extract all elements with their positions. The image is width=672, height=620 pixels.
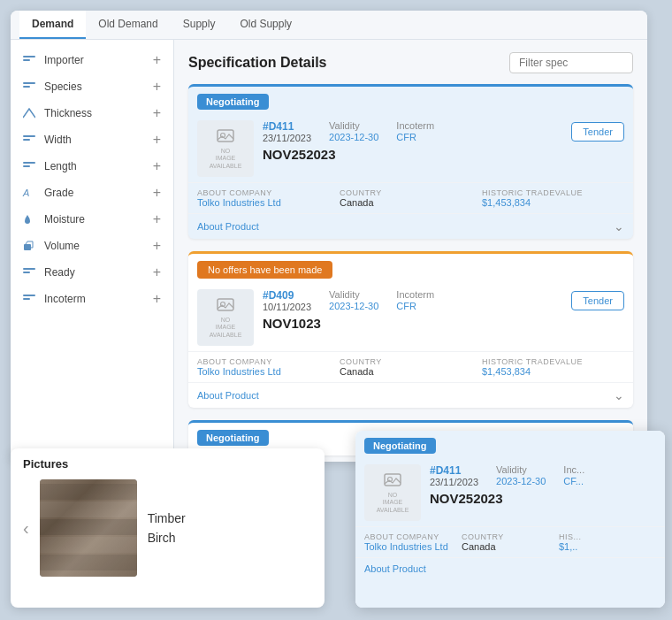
badge-negotiating-1: Negotiating	[197, 94, 269, 110]
sidebar-item-grade[interactable]: A Grade +	[11, 180, 173, 206]
floating-badge: Negotiating	[364, 438, 436, 454]
spec-title: Specification Details	[188, 55, 327, 71]
sidebar-item-ready[interactable]: Ready +	[11, 259, 173, 286]
add-ready-button[interactable]: +	[153, 265, 161, 279]
card-details-1: ABOUT COMPANY Tolko Industries Ltd COUNT…	[188, 182, 633, 213]
card-id-1: #D411	[263, 120, 311, 133]
validity-label-2: Validity	[329, 289, 378, 300]
sidebar-label-width: Width	[44, 134, 72, 146]
floating-tradevalue-label: HIS...	[559, 532, 656, 541]
filter-spec-input[interactable]	[509, 52, 633, 73]
card-footer-1: About Product ⌄	[188, 213, 633, 239]
floating-footer: About Product	[355, 557, 665, 579]
incoterm-label-1: Incoterm	[396, 120, 434, 131]
lines-icon	[23, 268, 37, 277]
sidebar-item-thickness[interactable]: Thickness +	[11, 100, 173, 126]
about-company-label-1: ABOUT COMPANY	[197, 188, 340, 197]
sidebar-item-volume[interactable]: Volume +	[11, 233, 173, 259]
add-moisture-button[interactable]: +	[153, 212, 161, 226]
about-company-val-2: Tolko Industries Ltd	[197, 366, 340, 377]
card-negotiating-1: Negotiating NOIMAGEAVAILABLE #D411 23/11…	[188, 84, 633, 239]
sidebar-item-species[interactable]: Species +	[11, 73, 173, 100]
floating-validity-label: Validity	[496, 464, 546, 475]
volume-icon	[23, 241, 37, 251]
sidebar-item-importer[interactable]: Importer +	[11, 47, 173, 73]
no-image-2: NOIMAGEAVAILABLE	[197, 289, 254, 346]
floating-details: ABOUT COMPANY Tolko Industries Ltd COUNT…	[355, 526, 665, 557]
content-area: Importer + Species +	[11, 40, 647, 462]
svg-rect-0	[24, 244, 31, 250]
floating-incoterm-label: Inc...	[563, 464, 584, 475]
tradevalue-label-1: HISTORIC TRADEVALUE	[482, 188, 624, 197]
tender-button-2[interactable]: Tender	[571, 291, 624, 310]
sidebar-item-moisture[interactable]: Moisture +	[11, 206, 173, 233]
no-image-1: NOIMAGEAVAILABLE	[197, 120, 254, 177]
about-product-link-2[interactable]: About Product	[197, 390, 259, 401]
sidebar-label-volume: Volume	[44, 240, 80, 252]
lines-icon	[23, 162, 37, 171]
sidebar-label-species: Species	[44, 80, 82, 93]
floating-country-label: COUNTRY	[462, 532, 559, 541]
sidebar-label-ready: Ready	[44, 266, 75, 279]
floating-country-val: Canada	[462, 541, 559, 552]
sidebar-item-incoterm[interactable]: Incoterm +	[11, 286, 173, 312]
floating-incoterm-val: CF...	[563, 476, 584, 486]
sidebar-item-length[interactable]: Length +	[11, 153, 173, 180]
card-name-1: NOV252023	[263, 147, 562, 162]
floating-card-id: #D411	[430, 464, 478, 477]
tab-old-supply[interactable]: Old Supply	[227, 11, 304, 39]
pictures-panel: Pictures ‹ Timber Birch	[11, 448, 325, 608]
about-company-val-1: Tolko Industries Ltd	[197, 197, 340, 208]
pictures-labels: Timber Birch	[148, 511, 186, 545]
floating-about-product[interactable]: About Product	[364, 563, 426, 574]
chevron-down-icon-2[interactable]: ⌄	[614, 388, 624, 402]
tradevalue-val-2: $1,453,834	[482, 366, 624, 377]
lines-icon	[23, 82, 37, 91]
add-species-button[interactable]: +	[153, 80, 161, 94]
card-main-row-1: NOIMAGEAVAILABLE #D411 23/11/2023 Validi…	[188, 117, 633, 182]
chevron-down-icon-1[interactable]: ⌄	[614, 219, 624, 233]
main-window: Demand Old Demand Supply Old Supply Impo…	[11, 11, 647, 462]
tab-bar: Demand Old Demand Supply Old Supply	[11, 11, 647, 40]
tab-demand[interactable]: Demand	[19, 11, 86, 39]
tab-supply[interactable]: Supply	[171, 11, 228, 39]
pictures-title: Pictures	[23, 457, 312, 471]
add-width-button[interactable]: +	[153, 133, 161, 147]
spec-header: Specification Details	[188, 52, 633, 73]
validity-val-1: 2023-12-30	[329, 132, 378, 142]
chevron-left-icon[interactable]: ‹	[23, 518, 29, 539]
floating-validity-val: 2023-12-30	[496, 476, 546, 486]
badge-no-offers: No offers have been made	[197, 261, 332, 279]
add-thickness-button[interactable]: +	[153, 106, 161, 120]
tab-old-demand[interactable]: Old Demand	[86, 11, 170, 39]
floating-tradevalue-val: $1,..​	[559, 541, 656, 552]
sidebar-label-incoterm: Incoterm	[44, 293, 86, 305]
about-product-link-1[interactable]: About Product	[197, 221, 259, 232]
floating-card-name: NOV252023	[430, 491, 656, 506]
sidebar-label-importer: Importer	[44, 54, 84, 66]
timber-image	[40, 479, 137, 577]
badge-negotiating-3: Negotiating	[197, 430, 269, 446]
sidebar-label-grade: Grade	[44, 187, 73, 199]
card-footer-2: About Product ⌄	[188, 382, 633, 408]
sidebar-label-moisture: Moisture	[44, 213, 85, 226]
add-grade-button[interactable]: +	[153, 186, 161, 200]
add-volume-button[interactable]: +	[153, 239, 161, 253]
tradevalue-val-1: $1,453,834	[482, 197, 624, 208]
lines-icon	[23, 295, 37, 303]
lines-icon	[23, 135, 37, 144]
picture-label-birch: Birch	[148, 531, 186, 545]
floating-company-label: ABOUT COMPANY	[364, 532, 462, 541]
incoterm-val-2: CFR	[396, 301, 434, 311]
incoterm-val-1: CFR	[396, 132, 434, 142]
floating-card-date: 23/11/2023	[430, 477, 478, 487]
country-val-2: Canada	[340, 366, 482, 377]
spec-area: Specification Details Negotiating NOIMAG…	[174, 40, 647, 462]
sidebar-item-width[interactable]: Width +	[11, 126, 173, 153]
add-length-button[interactable]: +	[153, 159, 161, 173]
tender-button-1[interactable]: Tender	[571, 122, 624, 142]
incoterm-label-2: Incoterm	[396, 289, 434, 300]
add-importer-button[interactable]: +	[153, 53, 161, 67]
country-label-2: COUNTRY	[340, 357, 482, 366]
add-incoterm-button[interactable]: +	[153, 292, 161, 306]
